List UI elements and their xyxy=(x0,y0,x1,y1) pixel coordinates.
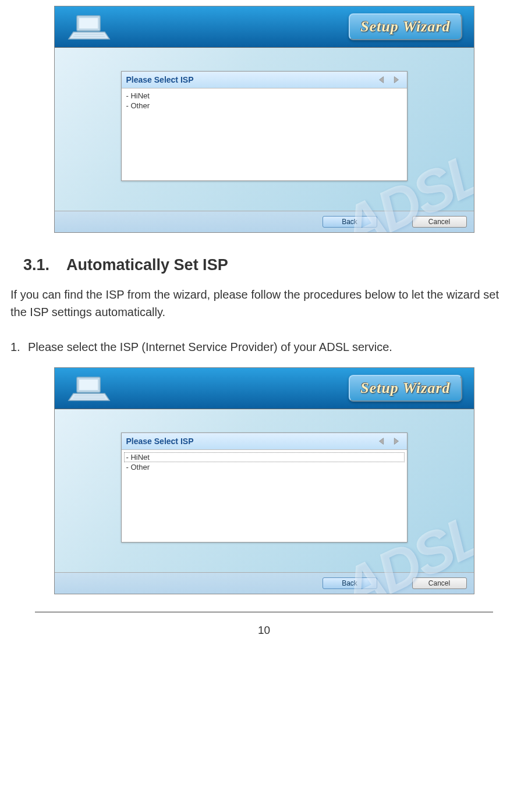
wizard-header: Setup Wizard xyxy=(55,368,474,409)
cancel-button[interactable]: Cancel xyxy=(412,577,467,589)
wizard-footer: Back Cancel xyxy=(55,211,474,232)
isp-item-other[interactable]: - Other xyxy=(124,101,405,111)
svg-marker-6 xyxy=(394,77,398,83)
svg-marker-9 xyxy=(69,393,109,400)
section-intro: If you can find the ISP from the wizard,… xyxy=(10,286,518,321)
section-number: 3.1. xyxy=(23,256,49,274)
wizard-body: ADSL Please Select ISP - HiNet - xyxy=(55,409,474,572)
arrow-left-icon[interactable] xyxy=(375,74,388,86)
wizard-title: Setup Wizard xyxy=(360,18,450,35)
isp-panel-label: Please Select ISP xyxy=(126,437,194,446)
svg-rect-8 xyxy=(79,380,98,390)
page-number: 10 xyxy=(6,612,522,643)
isp-panel: Please Select ISP - HiNet - Other xyxy=(121,71,407,181)
wizard-screenshot-2: Setup Wizard ADSL Please Select ISP xyxy=(54,367,474,594)
wizard-screenshot-1: Setup Wizard ADSL Please Select ISP xyxy=(54,6,474,233)
svg-marker-13 xyxy=(394,438,398,445)
isp-panel: Please Select ISP - HiNet - Other xyxy=(121,432,407,542)
svg-marker-5 xyxy=(379,77,383,83)
isp-panel-label: Please Select ISP xyxy=(126,75,194,84)
arrow-right-icon[interactable] xyxy=(389,435,402,447)
isp-item-hinet[interactable]: - HiNet xyxy=(124,91,405,101)
back-button[interactable]: Back xyxy=(323,216,377,228)
laptop-icon xyxy=(66,12,113,41)
laptop-icon xyxy=(66,374,113,403)
arrow-left-icon[interactable] xyxy=(375,435,388,447)
arrow-right-icon[interactable] xyxy=(389,74,402,86)
cancel-button[interactable]: Cancel xyxy=(412,216,467,228)
isp-item-hinet-selected[interactable]: - HiNet xyxy=(124,452,405,462)
section-heading: 3.1. Automatically Set ISP xyxy=(23,256,522,274)
wizard-header: Setup Wizard xyxy=(55,6,474,48)
wizard-title-box: Setup Wizard xyxy=(349,375,462,402)
step-1-number: 1. xyxy=(10,338,28,356)
wizard-body: ADSL Please Select ISP - HiNet - xyxy=(55,48,474,211)
svg-rect-1 xyxy=(79,18,98,29)
wizard-footer: Back Cancel xyxy=(55,572,474,594)
back-button[interactable]: Back xyxy=(323,577,377,589)
wizard-title-box: Setup Wizard xyxy=(349,13,462,40)
svg-marker-2 xyxy=(69,32,109,39)
isp-list: - HiNet - Other xyxy=(122,88,407,180)
isp-list: - HiNet - Other xyxy=(122,450,407,542)
wizard-title: Setup Wizard xyxy=(360,380,450,396)
isp-item-other[interactable]: - Other xyxy=(124,462,405,472)
step-1-text: Please select the ISP (Internet Service … xyxy=(28,338,392,356)
isp-panel-header: Please Select ISP xyxy=(122,433,407,450)
step-1: 1. Please select the ISP (Internet Servi… xyxy=(10,338,518,356)
nav-arrows xyxy=(375,74,402,86)
section-title: Automatically Set ISP xyxy=(66,256,228,274)
svg-marker-12 xyxy=(379,438,383,445)
isp-panel-header: Please Select ISP xyxy=(122,72,407,88)
nav-arrows xyxy=(375,435,402,447)
